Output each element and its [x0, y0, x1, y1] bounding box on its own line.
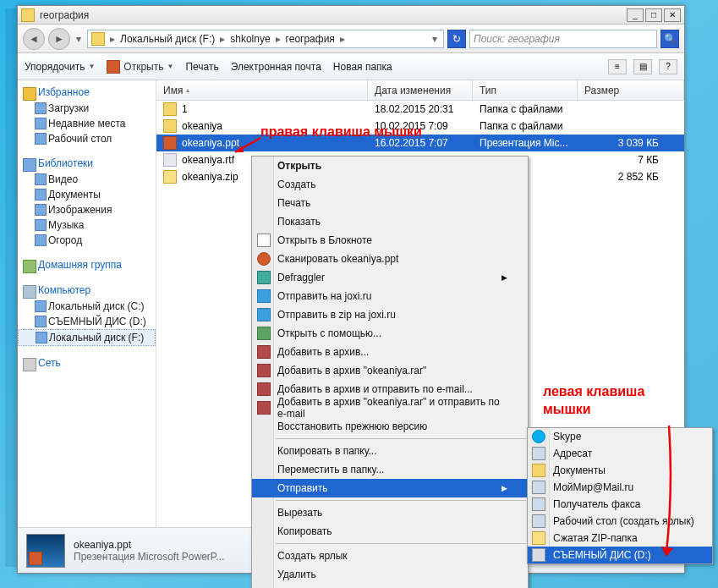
nav-item[interactable]: Огород [18, 233, 156, 248]
menu-item[interactable]: Сканировать okeaniya.ppt [252, 250, 528, 268]
file-row[interactable]: 118.02.2015 20:31Папка с файлами [156, 101, 684, 118]
maximize-button[interactable]: □ [645, 8, 662, 22]
help-button[interactable]: ? [659, 59, 677, 74]
nav-item[interactable]: СЪЕМНЫЙ ДИС (D:) [18, 314, 156, 329]
menu-item[interactable]: Удалить [252, 565, 528, 584]
menu-item[interactable]: Создать [252, 175, 528, 194]
menu-label: Создать ярлык [277, 550, 348, 562]
drv-icon [532, 548, 545, 562]
menu-item[interactable]: Отправить на joxi.ru [252, 287, 528, 305]
search-input[interactable]: Поиск: география [469, 30, 657, 48]
sendto-submenu[interactable]: SkypeАдресатДокументыМойМир@Mail.ruПолуч… [527, 427, 713, 564]
file-type: Папка с файлами [473, 103, 578, 115]
menu-item[interactable]: Отправить в zip на joxi.ru [252, 305, 528, 324]
menu-item[interactable]: Создать ярлык [252, 547, 528, 565]
menu-item[interactable]: Копировать [252, 522, 528, 541]
nav-item[interactable]: Недавние места [18, 116, 156, 131]
open-button[interactable]: Открыть▼ [107, 60, 173, 74]
chevron-icon[interactable]: ▸ [220, 33, 225, 45]
breadcrumb-p2[interactable]: география [286, 33, 335, 45]
nav-item[interactable]: Изображения [18, 202, 156, 217]
submenu-item[interactable]: Получатель факса [528, 496, 712, 513]
close-button[interactable]: ✕ [664, 8, 681, 22]
nav-item[interactable]: Локальный диск (С:) [18, 299, 156, 314]
submenu-item[interactable]: Адресат [528, 445, 712, 462]
submenu-item[interactable]: СЪЕМНЫЙ ДИС (D:) [528, 547, 712, 563]
submenu-item[interactable]: Рабочий стол (создать ярлык) [528, 513, 712, 530]
menu-item[interactable]: Открыть в Блокноте [252, 231, 528, 250]
file-date: 10.02.2015 7:09 [368, 120, 473, 132]
nav-favorites[interactable]: Избранное [18, 84, 156, 101]
forward-button[interactable]: ► [48, 28, 70, 50]
history-dropdown[interactable]: ▾ [74, 31, 84, 47]
menu-item[interactable]: Копировать в папку... [252, 442, 528, 460]
file-size: 3 039 КБ [578, 137, 684, 149]
rar-icon [257, 401, 271, 415]
nav-pane[interactable]: Избранное ЗагрузкиНедавние местаРабочий … [18, 80, 156, 527]
nav-network[interactable]: Сеть [18, 354, 156, 371]
organize-menu[interactable]: Упорядочить▼ [25, 61, 95, 73]
file-row[interactable]: okeaniya.ppt16.02.2015 7:07Презентация M… [156, 135, 684, 151]
nav-item[interactable]: Рабочий стол [18, 131, 156, 146]
submenu-label: Skype [553, 431, 581, 442]
submenu-item[interactable]: Skype [528, 428, 712, 445]
view-options-button[interactable]: ≡ [608, 59, 627, 74]
col-date[interactable]: Дата изменения [368, 80, 473, 100]
menu-item[interactable]: Открыть [252, 157, 528, 175]
menu-item[interactable]: Добавить в архив "okeaniya.rar" и отправ… [252, 398, 528, 417]
preview-pane-button[interactable]: ▤ [633, 59, 652, 74]
search-placeholder: Поиск: география [474, 33, 560, 45]
menu-item[interactable]: Открыть с помощью... [252, 324, 528, 343]
minimize-button[interactable]: _ [627, 8, 644, 22]
print-button[interactable]: Печать [185, 61, 218, 73]
menu-label: Переместить в папку... [277, 464, 384, 475]
menu-label: Добавить в архив "okeaniya.rar" и отправ… [277, 396, 507, 420]
column-headers[interactable]: Имя▴ Дата изменения Тип Размер [156, 80, 684, 101]
nav-item[interactable]: Локальный диск (F:) [18, 329, 156, 346]
nav-item[interactable]: Видео [18, 172, 156, 187]
menu-item[interactable]: Переименовать [252, 584, 528, 588]
newfolder-button[interactable]: Новая папка [333, 61, 392, 73]
chevron-icon[interactable]: ▸ [340, 33, 345, 45]
submenu-item[interactable]: МойМир@Mail.ru [528, 479, 712, 496]
col-type[interactable]: Тип [473, 80, 578, 100]
menu-item[interactable]: Показать [252, 212, 528, 231]
menu-label: Сканировать okeaniya.ppt [277, 253, 398, 265]
nav-item[interactable]: Музыка [18, 217, 156, 233]
chevron-icon[interactable]: ▸ [110, 33, 115, 45]
menu-item[interactable]: Переместить в папку... [252, 460, 528, 479]
refresh-button[interactable]: ↻ [447, 30, 466, 48]
nav-libraries[interactable]: Библиотеки [18, 155, 156, 172]
search-button[interactable]: 🔍 [660, 30, 679, 48]
context-menu[interactable]: ОткрытьСоздатьПечатьПоказатьОткрыть в Бл… [251, 156, 529, 588]
menu-item[interactable]: Defraggler▶ [252, 268, 528, 287]
menu-item[interactable]: Восстановить прежнюю версию [252, 417, 528, 436]
rar-icon [257, 345, 271, 359]
menu-item[interactable]: Печать [252, 194, 528, 212]
nav-computer[interactable]: Компьютер [18, 282, 156, 299]
chevron-icon[interactable]: ▸ [276, 33, 281, 45]
file-size: 7 КБ [578, 154, 684, 166]
email-button[interactable]: Электронная почта [231, 61, 321, 73]
nav-item[interactable]: Загрузки [18, 101, 156, 116]
folder-icon [21, 8, 35, 22]
menu-item[interactable]: Отправить▶ [252, 479, 528, 497]
breadcrumb-root[interactable]: Локальный диск (F:) [120, 33, 215, 45]
submenu-item[interactable]: Документы [528, 462, 712, 479]
nav-homegroup[interactable]: Домашняя группа [18, 256, 156, 273]
col-name[interactable]: Имя▴ [156, 80, 368, 100]
breadcrumb-p1[interactable]: shkolnye [230, 33, 270, 45]
rar-icon [257, 382, 271, 396]
menu-item[interactable]: Добавить в архив... [252, 343, 528, 361]
menu-label: Открыть с помощью... [277, 327, 381, 339]
titlebar[interactable]: география _ □ ✕ [18, 6, 684, 25]
nav-item[interactable]: Документы [18, 187, 156, 202]
address-dropdown[interactable]: ▾ [430, 31, 440, 47]
submenu-item[interactable]: Сжатая ZIP-папка [528, 530, 712, 547]
menu-item[interactable]: Добавить в архив "okeaniya.rar" [252, 361, 528, 380]
file-row[interactable]: okeaniya10.02.2015 7:09Папка с файлами [156, 118, 684, 135]
back-button[interactable]: ◄ [23, 28, 45, 50]
col-size[interactable]: Размер [578, 80, 684, 100]
menu-item[interactable]: Вырезать [252, 503, 528, 522]
address-bar[interactable]: ▸ Локальный диск (F:) ▸ shkolnye ▸ геогр… [87, 30, 444, 48]
